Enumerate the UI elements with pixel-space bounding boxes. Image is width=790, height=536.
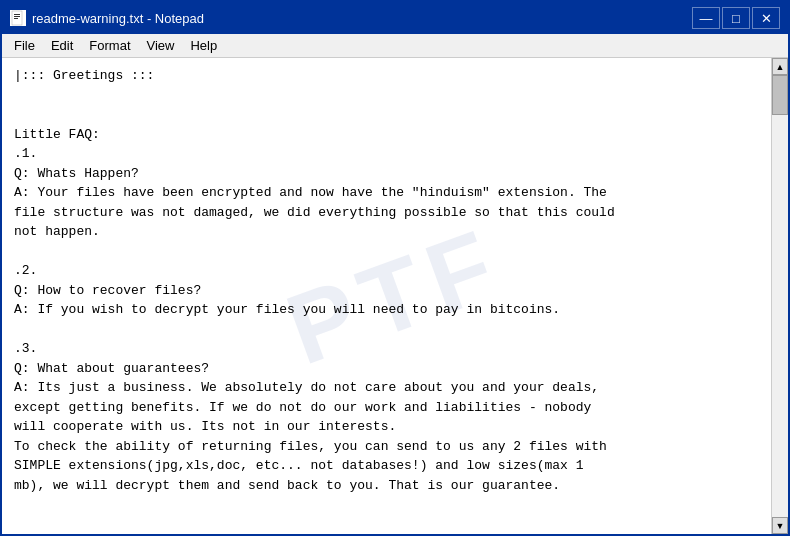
scroll-down-button[interactable]: ▼ (772, 517, 788, 534)
menu-item-file[interactable]: File (6, 36, 43, 55)
scrollbar[interactable]: ▲ ▼ (771, 58, 788, 534)
menu-item-help[interactable]: Help (182, 36, 225, 55)
svg-rect-2 (14, 16, 20, 17)
menu-item-format[interactable]: Format (81, 36, 138, 55)
minimize-button[interactable]: — (692, 7, 720, 29)
maximize-button[interactable]: □ (722, 7, 750, 29)
text-editor[interactable]: |::: Greetings ::: Little FAQ: .1. Q: Wh… (2, 58, 771, 534)
scroll-up-button[interactable]: ▲ (772, 58, 788, 75)
app-icon (10, 10, 26, 26)
menu-item-edit[interactable]: Edit (43, 36, 81, 55)
content-area: PTF |::: Greetings ::: Little FAQ: .1. Q… (2, 58, 788, 534)
svg-rect-3 (14, 18, 18, 19)
title-bar: readme-warning.txt - Notepad — □ ✕ (2, 2, 788, 34)
scrollbar-track (772, 75, 788, 517)
title-bar-left: readme-warning.txt - Notepad (10, 10, 204, 26)
title-bar-controls: — □ ✕ (692, 7, 780, 29)
menu-bar: FileEditFormatViewHelp (2, 34, 788, 58)
svg-rect-1 (14, 14, 20, 15)
scrollbar-thumb[interactable] (772, 75, 788, 115)
menu-item-view[interactable]: View (139, 36, 183, 55)
close-button[interactable]: ✕ (752, 7, 780, 29)
main-window: readme-warning.txt - Notepad — □ ✕ FileE… (0, 0, 790, 536)
window-title: readme-warning.txt - Notepad (32, 11, 204, 26)
